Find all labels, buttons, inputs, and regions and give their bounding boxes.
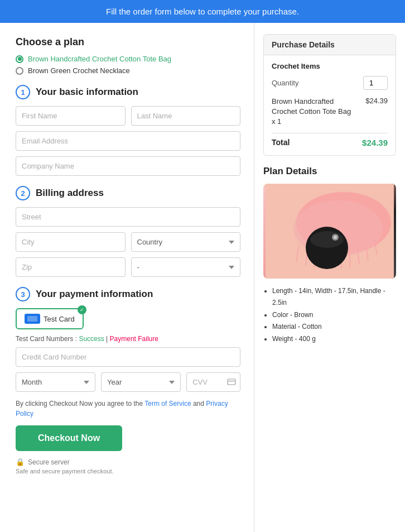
zip-input[interactable]: [16, 257, 126, 277]
step2-title: Billing address: [36, 188, 104, 199]
plan-option-2[interactable]: Brown Green Crochet Necklace: [16, 66, 240, 75]
step3-title: Your payment information: [36, 289, 153, 300]
svg-point-16: [310, 231, 344, 248]
step2-header: 2 Billing address: [16, 186, 240, 200]
top-banner: Fill the order form below to complete yo…: [0, 0, 405, 23]
plan-option-1[interactable]: Brown Handcrafted Crochet Cotton Tote Ba…: [16, 55, 240, 63]
check-badge: ✓: [78, 305, 86, 314]
quantity-label: Quantity: [272, 79, 298, 87]
lock-icon: 🔒: [16, 458, 25, 466]
choose-plan-title: Choose a plan: [16, 36, 240, 48]
spec-color: Color - Brown: [272, 309, 396, 322]
product-image: [263, 184, 396, 279]
total-row: Total $24.39: [272, 138, 388, 147]
cc-row: [16, 347, 240, 367]
test-card-numbers-row: Test Card Numbers : Success | Payment Fa…: [16, 335, 240, 343]
spec-material: Material - Cotton: [272, 321, 396, 333]
secure-label: Secure server: [28, 458, 70, 466]
plan2-label: Brown Green Crochet Necklace: [28, 66, 130, 75]
secure-info: 🔒 Secure server: [16, 458, 240, 466]
city-input[interactable]: [16, 232, 126, 252]
left-panel: Choose a plan Brown Handcrafted Crochet …: [0, 23, 254, 532]
company-row: [16, 156, 240, 176]
total-price: $24.39: [362, 138, 388, 147]
year-select[interactable]: Year 202420252026 202720282029 2030: [101, 372, 181, 392]
street-row: [16, 207, 240, 227]
country-select[interactable]: Country: [131, 232, 241, 252]
plan-details-section: Plan Details: [263, 166, 396, 346]
step3-header: 3 Your payment information: [16, 287, 240, 301]
state-select[interactable]: -: [131, 257, 241, 277]
main-content: Choose a plan Brown Handcrafted Crochet …: [0, 23, 405, 532]
month-year-cvv-row: Month 010203 040506 070809 101112 Year 2…: [16, 372, 240, 392]
item-row: Brown Handcrafted Crochet Cotton Tote Ba…: [272, 97, 388, 127]
quantity-row: Quantity: [272, 76, 388, 90]
cvv-input[interactable]: [186, 372, 240, 392]
city-country-row: Country: [16, 232, 240, 252]
cvv-wrap: [186, 372, 240, 392]
safe-text: Safe and secure payment checkout.: [16, 468, 240, 475]
spec-dimensions: Length - 14in, Width - 17.5in, Handle - …: [272, 285, 396, 309]
cc-input[interactable]: [16, 347, 240, 367]
street-input[interactable]: [16, 207, 240, 227]
item-name: Brown Handcrafted Crochet Cotton Tote Ba…: [272, 97, 355, 127]
step1-circle: 1: [16, 85, 30, 99]
svg-point-18: [334, 236, 337, 239]
step3-circle: 3: [16, 287, 30, 301]
month-select[interactable]: Month 010203 040506 070809 101112: [16, 372, 95, 392]
spec-weight: Weight - 400 g: [272, 333, 396, 346]
step1-header: 1 Your basic information: [16, 85, 240, 99]
total-label: Total: [272, 138, 290, 147]
radio-plan2[interactable]: [16, 67, 23, 75]
email-row: [16, 131, 240, 151]
crochet-items-title: Crochet Items: [272, 62, 388, 70]
banner-text: Fill the order form below to complete yo…: [106, 7, 299, 16]
email-input[interactable]: [16, 131, 240, 151]
divider: [272, 133, 388, 133]
plan-details-title: Plan Details: [263, 166, 396, 177]
first-name-input[interactable]: [16, 106, 126, 126]
checkout-button[interactable]: Checkout Now: [16, 425, 122, 451]
name-row: [16, 106, 240, 126]
card-icon: [25, 314, 40, 324]
step2-circle: 2: [16, 186, 30, 200]
step1-title: Your basic information: [36, 87, 138, 98]
success-link[interactable]: Success: [79, 335, 104, 343]
last-name-input[interactable]: [131, 106, 241, 126]
right-panel: Purchase Details Crochet Items Quantity …: [254, 23, 405, 532]
purchase-details-title: Purchase Details: [264, 35, 396, 55]
failure-link[interactable]: Payment Failure: [110, 335, 158, 343]
page-wrapper: Fill the order form below to complete yo…: [0, 0, 405, 532]
separator: |: [104, 335, 110, 343]
quantity-input[interactable]: [363, 76, 388, 90]
company-input[interactable]: [16, 156, 240, 176]
zip-state-row: -: [16, 257, 240, 277]
item-price: $24.39: [365, 97, 388, 105]
test-card-prefix: Test Card Numbers :: [16, 335, 79, 343]
card-type-box[interactable]: Test Card ✓: [16, 308, 84, 329]
product-specs: Length - 14in, Width - 17.5in, Handle - …: [263, 285, 396, 346]
terms-text: By clicking Checkout Now you agree to th…: [16, 399, 240, 419]
terms-link[interactable]: Term of Service: [144, 400, 191, 408]
radio-plan1[interactable]: [16, 55, 23, 63]
purchase-box: Purchase Details Crochet Items Quantity …: [263, 34, 396, 156]
card-type-label: Test Card: [44, 315, 75, 323]
plan1-label: Brown Handcrafted Crochet Cotton Tote Ba…: [28, 55, 171, 63]
